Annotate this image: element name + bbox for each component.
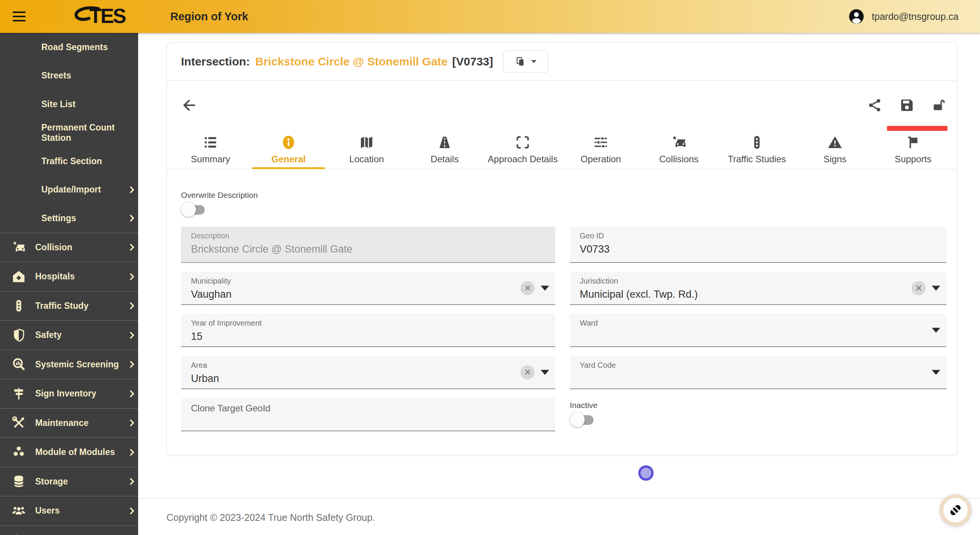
unlock-button[interactable]: [931, 98, 947, 113]
flag-post-icon: [905, 134, 921, 150]
sidebar-item-traffic-study[interactable]: Traffic Study: [0, 291, 138, 321]
clear-icon[interactable]: [520, 365, 535, 379]
info-icon: [280, 134, 297, 150]
chevron-right-icon: [129, 449, 134, 456]
chevron-down-icon[interactable]: [541, 370, 549, 375]
traffic-light-icon: [11, 298, 26, 313]
chevron-right-icon: [129, 244, 134, 251]
yard-code-select[interactable]: Yard Code: [570, 356, 946, 389]
chevron-down-icon[interactable]: [932, 370, 940, 375]
sidebar-item-streets[interactable]: Streets: [0, 62, 138, 90]
sidebar-item-sign-inventory[interactable]: Sign Inventory: [0, 379, 138, 408]
tab-signs[interactable]: Signs: [796, 130, 874, 169]
back-button[interactable]: [181, 97, 197, 113]
traffic-light-icon: [749, 134, 765, 150]
user-avatar-icon[interactable]: [848, 8, 865, 25]
sidebar-item-safety[interactable]: Safety: [0, 320, 138, 350]
tab-supports[interactable]: Supports: [874, 130, 952, 169]
chevron-right-icon: [129, 215, 134, 222]
overwrite-description-toggle[interactable]: [181, 202, 205, 217]
tab-bar: Summary General Location: [167, 130, 957, 169]
hospital-icon: [11, 269, 26, 284]
tab-general[interactable]: General: [249, 130, 328, 169]
sidebar-item-collision[interactable]: Collision: [0, 233, 138, 262]
road-icon: [437, 134, 453, 150]
copy-button[interactable]: [503, 51, 548, 73]
cubes-icon: [11, 445, 26, 460]
copyright-text: Copyright © 2023-2024 True North Safety …: [166, 512, 375, 523]
footer-divider: [138, 498, 980, 499]
tab-details[interactable]: Details: [406, 130, 484, 169]
sliders-icon: [593, 134, 609, 150]
feedback-widget-button[interactable]: [940, 494, 971, 526]
sidebar-item-maintenance[interactable]: Maintenance: [0, 408, 138, 438]
list-icon: [202, 134, 219, 150]
corners-icon: [515, 134, 531, 150]
tab-approach-details[interactable]: Approach Details: [484, 130, 562, 169]
chevron-right-icon: [129, 390, 134, 397]
chevron-down-icon[interactable]: [932, 285, 940, 290]
chevron-right-icon: [129, 186, 134, 193]
municipality-select[interactable]: Municipality Vaughan: [181, 272, 555, 305]
sidebar-item-traffic-section[interactable]: Traffic Section: [0, 147, 138, 176]
sidebar-item-road-segments[interactable]: Road Segments: [0, 33, 138, 62]
inactive-label: Inactive: [570, 401, 946, 410]
intersection-code: [V0733]: [452, 55, 493, 68]
chevron-down-icon: [531, 60, 536, 63]
chevron-down-icon[interactable]: [541, 285, 549, 290]
svg-text:TES: TES: [90, 5, 126, 27]
sidebar-item-systemic-screening[interactable]: Systemic Screening: [0, 350, 138, 379]
ward-select[interactable]: Ward: [570, 314, 946, 347]
intersection-header: Intersection: Brickstone Circle @ Stonem…: [167, 43, 957, 81]
toolbar: [167, 81, 957, 130]
tes-logo: TES: [70, 5, 137, 28]
warning-triangle-icon: [827, 134, 843, 150]
sidebar-item-module-of-modules[interactable]: Module of Modules: [0, 437, 138, 467]
sidebar-item-storage[interactable]: Storage: [0, 467, 138, 496]
inactive-toggle[interactable]: [570, 412, 594, 427]
database-icon: [11, 474, 26, 489]
tab-summary[interactable]: Summary: [171, 130, 249, 169]
area-select[interactable]: Area Urban: [181, 356, 555, 389]
clone-target-geoid-field[interactable]: Clone Target GeoId: [181, 398, 555, 431]
description-field: Description Brickstone Circle @ Stonemil…: [181, 227, 555, 263]
year-of-improvement-field[interactable]: Year of Improvement 15: [181, 314, 555, 347]
sidebar-nav: Road Segments Streets Site List Permanen…: [0, 33, 138, 535]
top-app-bar: TES Region of York tpardo@tnsgroup.ca: [0, 0, 980, 33]
sidebar-item-settings[interactable]: Settings: [0, 204, 138, 233]
sidebar-item-permanent-count-station[interactable]: Permanent Count Station: [0, 119, 138, 147]
intersection-name-link[interactable]: Brickstone Circle @ Stonemill Gate: [255, 55, 448, 68]
sidebar-item-update-import[interactable]: Update/Import: [0, 176, 138, 204]
clear-icon[interactable]: [520, 281, 535, 295]
sidebar-item-site-list[interactable]: Site List: [0, 90, 138, 119]
chevron-right-icon: [129, 361, 134, 368]
tab-location[interactable]: Location: [328, 130, 406, 169]
tools-icon: [11, 416, 26, 430]
clear-icon[interactable]: [912, 281, 926, 295]
sidebar-item-users[interactable]: Users: [0, 496, 138, 525]
chevron-right-icon: [129, 331, 134, 339]
feedback-blob-icon: [948, 502, 963, 518]
intersection-label: Intersection:: [181, 55, 250, 68]
save-button[interactable]: [899, 98, 915, 113]
share-button[interactable]: [867, 98, 882, 113]
sidebar-item-partial[interactable]: [0, 525, 138, 535]
tab-operation[interactable]: Operation: [562, 130, 640, 169]
user-email[interactable]: tpardo@tnsgroup.ca: [872, 11, 959, 22]
magnifier-chart-icon: [11, 357, 26, 372]
car-crash-icon: [671, 134, 687, 150]
geo-id-field[interactable]: Geo ID V0733: [570, 227, 946, 263]
tune-slider-icon: [11, 533, 26, 535]
chevron-right-icon: [129, 302, 134, 310]
sidebar-item-hospitals[interactable]: Hospitals: [0, 262, 138, 291]
shield-icon: [11, 328, 26, 343]
tab-traffic-studies[interactable]: Traffic Studies: [718, 130, 796, 169]
chevron-down-icon[interactable]: [932, 328, 940, 333]
tab-collisions[interactable]: Collisions: [640, 130, 718, 169]
jurisdiction-select[interactable]: Jurisdiction Municipal (excl. Twp. Rd.): [570, 272, 946, 305]
main-content: Intersection: Brickstone Circle @ Stonem…: [138, 33, 980, 535]
map-icon: [359, 134, 375, 150]
chevron-right-icon: [129, 273, 134, 280]
chevron-right-icon: [129, 507, 134, 514]
menu-hamburger-icon[interactable]: [13, 11, 26, 21]
